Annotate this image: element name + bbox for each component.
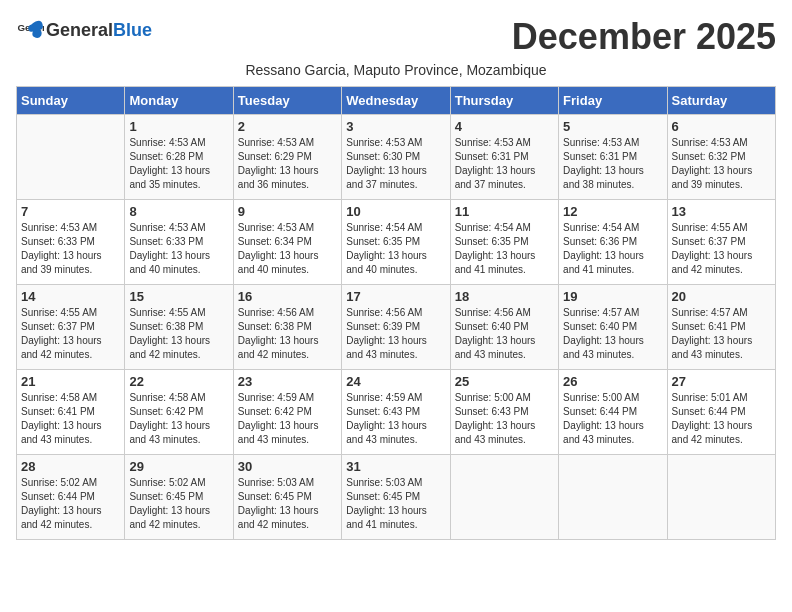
calendar-cell: 14Sunrise: 4:55 AM Sunset: 6:37 PM Dayli… bbox=[17, 285, 125, 370]
day-info: Sunrise: 4:53 AM Sunset: 6:32 PM Dayligh… bbox=[672, 136, 771, 192]
calendar-cell: 22Sunrise: 4:58 AM Sunset: 6:42 PM Dayli… bbox=[125, 370, 233, 455]
day-header-sunday: Sunday bbox=[17, 87, 125, 115]
calendar-cell: 8Sunrise: 4:53 AM Sunset: 6:33 PM Daylig… bbox=[125, 200, 233, 285]
logo: General GeneralBlue bbox=[16, 16, 152, 44]
calendar-week-4: 21Sunrise: 4:58 AM Sunset: 6:41 PM Dayli… bbox=[17, 370, 776, 455]
day-info: Sunrise: 4:53 AM Sunset: 6:30 PM Dayligh… bbox=[346, 136, 445, 192]
day-info: Sunrise: 4:54 AM Sunset: 6:35 PM Dayligh… bbox=[455, 221, 554, 277]
calendar-cell: 25Sunrise: 5:00 AM Sunset: 6:43 PM Dayli… bbox=[450, 370, 558, 455]
day-header-tuesday: Tuesday bbox=[233, 87, 341, 115]
day-number: 25 bbox=[455, 374, 554, 389]
day-info: Sunrise: 4:55 AM Sunset: 6:37 PM Dayligh… bbox=[21, 306, 120, 362]
day-info: Sunrise: 5:03 AM Sunset: 6:45 PM Dayligh… bbox=[346, 476, 445, 532]
day-number: 8 bbox=[129, 204, 228, 219]
calendar-cell: 4Sunrise: 4:53 AM Sunset: 6:31 PM Daylig… bbox=[450, 115, 558, 200]
day-info: Sunrise: 4:56 AM Sunset: 6:38 PM Dayligh… bbox=[238, 306, 337, 362]
day-number: 10 bbox=[346, 204, 445, 219]
day-number: 29 bbox=[129, 459, 228, 474]
day-number: 14 bbox=[21, 289, 120, 304]
day-number: 16 bbox=[238, 289, 337, 304]
logo-general-text: General bbox=[46, 20, 113, 40]
day-info: Sunrise: 5:02 AM Sunset: 6:44 PM Dayligh… bbox=[21, 476, 120, 532]
location-subtitle: Ressano Garcia, Maputo Province, Mozambi… bbox=[16, 62, 776, 78]
day-number: 3 bbox=[346, 119, 445, 134]
day-number: 21 bbox=[21, 374, 120, 389]
day-header-saturday: Saturday bbox=[667, 87, 775, 115]
day-info: Sunrise: 4:56 AM Sunset: 6:40 PM Dayligh… bbox=[455, 306, 554, 362]
day-info: Sunrise: 4:56 AM Sunset: 6:39 PM Dayligh… bbox=[346, 306, 445, 362]
calendar-cell: 2Sunrise: 4:53 AM Sunset: 6:29 PM Daylig… bbox=[233, 115, 341, 200]
day-info: Sunrise: 4:57 AM Sunset: 6:40 PM Dayligh… bbox=[563, 306, 662, 362]
day-number: 19 bbox=[563, 289, 662, 304]
calendar-cell: 27Sunrise: 5:01 AM Sunset: 6:44 PM Dayli… bbox=[667, 370, 775, 455]
calendar-cell bbox=[450, 455, 558, 540]
calendar-cell: 5Sunrise: 4:53 AM Sunset: 6:31 PM Daylig… bbox=[559, 115, 667, 200]
calendar-cell bbox=[17, 115, 125, 200]
calendar-cell: 11Sunrise: 4:54 AM Sunset: 6:35 PM Dayli… bbox=[450, 200, 558, 285]
day-number: 1 bbox=[129, 119, 228, 134]
day-number: 22 bbox=[129, 374, 228, 389]
day-number: 11 bbox=[455, 204, 554, 219]
day-info: Sunrise: 4:59 AM Sunset: 6:43 PM Dayligh… bbox=[346, 391, 445, 447]
day-info: Sunrise: 4:53 AM Sunset: 6:29 PM Dayligh… bbox=[238, 136, 337, 192]
calendar-cell: 12Sunrise: 4:54 AM Sunset: 6:36 PM Dayli… bbox=[559, 200, 667, 285]
calendar-cell: 13Sunrise: 4:55 AM Sunset: 6:37 PM Dayli… bbox=[667, 200, 775, 285]
day-number: 24 bbox=[346, 374, 445, 389]
day-info: Sunrise: 4:58 AM Sunset: 6:42 PM Dayligh… bbox=[129, 391, 228, 447]
day-info: Sunrise: 5:00 AM Sunset: 6:44 PM Dayligh… bbox=[563, 391, 662, 447]
logo-blue-text: Blue bbox=[113, 20, 152, 40]
day-info: Sunrise: 4:59 AM Sunset: 6:42 PM Dayligh… bbox=[238, 391, 337, 447]
calendar-cell: 30Sunrise: 5:03 AM Sunset: 6:45 PM Dayli… bbox=[233, 455, 341, 540]
calendar-cell: 15Sunrise: 4:55 AM Sunset: 6:38 PM Dayli… bbox=[125, 285, 233, 370]
day-info: Sunrise: 4:53 AM Sunset: 6:34 PM Dayligh… bbox=[238, 221, 337, 277]
calendar-week-1: 1Sunrise: 4:53 AM Sunset: 6:28 PM Daylig… bbox=[17, 115, 776, 200]
calendar-cell: 19Sunrise: 4:57 AM Sunset: 6:40 PM Dayli… bbox=[559, 285, 667, 370]
calendar-cell bbox=[559, 455, 667, 540]
day-number: 28 bbox=[21, 459, 120, 474]
calendar-cell: 18Sunrise: 4:56 AM Sunset: 6:40 PM Dayli… bbox=[450, 285, 558, 370]
day-info: Sunrise: 4:55 AM Sunset: 6:38 PM Dayligh… bbox=[129, 306, 228, 362]
day-number: 23 bbox=[238, 374, 337, 389]
day-header-friday: Friday bbox=[559, 87, 667, 115]
day-number: 4 bbox=[455, 119, 554, 134]
calendar-table: SundayMondayTuesdayWednesdayThursdayFrid… bbox=[16, 86, 776, 540]
month-title: December 2025 bbox=[512, 16, 776, 58]
day-number: 2 bbox=[238, 119, 337, 134]
day-info: Sunrise: 5:00 AM Sunset: 6:43 PM Dayligh… bbox=[455, 391, 554, 447]
day-info: Sunrise: 4:58 AM Sunset: 6:41 PM Dayligh… bbox=[21, 391, 120, 447]
day-number: 9 bbox=[238, 204, 337, 219]
calendar-cell: 23Sunrise: 4:59 AM Sunset: 6:42 PM Dayli… bbox=[233, 370, 341, 455]
calendar-cell: 31Sunrise: 5:03 AM Sunset: 6:45 PM Dayli… bbox=[342, 455, 450, 540]
day-info: Sunrise: 5:02 AM Sunset: 6:45 PM Dayligh… bbox=[129, 476, 228, 532]
calendar-cell: 17Sunrise: 4:56 AM Sunset: 6:39 PM Dayli… bbox=[342, 285, 450, 370]
day-header-monday: Monday bbox=[125, 87, 233, 115]
day-info: Sunrise: 4:53 AM Sunset: 6:33 PM Dayligh… bbox=[21, 221, 120, 277]
calendar-week-3: 14Sunrise: 4:55 AM Sunset: 6:37 PM Dayli… bbox=[17, 285, 776, 370]
day-info: Sunrise: 4:53 AM Sunset: 6:31 PM Dayligh… bbox=[563, 136, 662, 192]
day-info: Sunrise: 4:53 AM Sunset: 6:28 PM Dayligh… bbox=[129, 136, 228, 192]
calendar-cell: 10Sunrise: 4:54 AM Sunset: 6:35 PM Dayli… bbox=[342, 200, 450, 285]
day-info: Sunrise: 4:53 AM Sunset: 6:31 PM Dayligh… bbox=[455, 136, 554, 192]
calendar-cell: 3Sunrise: 4:53 AM Sunset: 6:30 PM Daylig… bbox=[342, 115, 450, 200]
calendar-body: 1Sunrise: 4:53 AM Sunset: 6:28 PM Daylig… bbox=[17, 115, 776, 540]
day-number: 13 bbox=[672, 204, 771, 219]
day-info: Sunrise: 4:54 AM Sunset: 6:35 PM Dayligh… bbox=[346, 221, 445, 277]
day-info: Sunrise: 4:53 AM Sunset: 6:33 PM Dayligh… bbox=[129, 221, 228, 277]
day-info: Sunrise: 4:55 AM Sunset: 6:37 PM Dayligh… bbox=[672, 221, 771, 277]
calendar-header-row: SundayMondayTuesdayWednesdayThursdayFrid… bbox=[17, 87, 776, 115]
calendar-cell: 24Sunrise: 4:59 AM Sunset: 6:43 PM Dayli… bbox=[342, 370, 450, 455]
day-number: 18 bbox=[455, 289, 554, 304]
day-header-thursday: Thursday bbox=[450, 87, 558, 115]
calendar-cell: 1Sunrise: 4:53 AM Sunset: 6:28 PM Daylig… bbox=[125, 115, 233, 200]
day-info: Sunrise: 5:01 AM Sunset: 6:44 PM Dayligh… bbox=[672, 391, 771, 447]
calendar-cell: 6Sunrise: 4:53 AM Sunset: 6:32 PM Daylig… bbox=[667, 115, 775, 200]
calendar-cell: 9Sunrise: 4:53 AM Sunset: 6:34 PM Daylig… bbox=[233, 200, 341, 285]
calendar-cell: 21Sunrise: 4:58 AM Sunset: 6:41 PM Dayli… bbox=[17, 370, 125, 455]
calendar-week-2: 7Sunrise: 4:53 AM Sunset: 6:33 PM Daylig… bbox=[17, 200, 776, 285]
day-number: 30 bbox=[238, 459, 337, 474]
calendar-cell: 20Sunrise: 4:57 AM Sunset: 6:41 PM Dayli… bbox=[667, 285, 775, 370]
calendar-cell: 26Sunrise: 5:00 AM Sunset: 6:44 PM Dayli… bbox=[559, 370, 667, 455]
calendar-cell: 28Sunrise: 5:02 AM Sunset: 6:44 PM Dayli… bbox=[17, 455, 125, 540]
day-info: Sunrise: 4:57 AM Sunset: 6:41 PM Dayligh… bbox=[672, 306, 771, 362]
day-number: 5 bbox=[563, 119, 662, 134]
